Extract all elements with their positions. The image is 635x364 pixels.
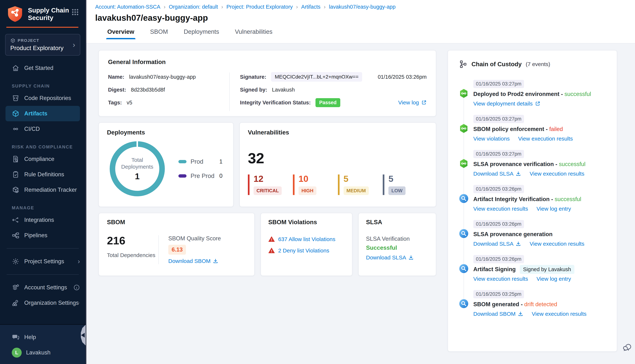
sidebar-item-artifacts[interactable]: Artifacts — [6, 106, 80, 121]
event-timestamp: 01/16/2025 03:25pm — [473, 290, 524, 298]
event-title: SBOM generated — [473, 301, 519, 308]
sidebar-item-get-started[interactable]: Get Started — [0, 60, 85, 76]
sidebar-item-label: Integrations — [24, 217, 54, 223]
sbom-card: SBOM 216 Total Dependencies SBOM Quality… — [98, 213, 255, 276]
download-icon — [213, 258, 218, 264]
slsa-verification-label: SLSA Verification — [366, 236, 429, 242]
event-link[interactable]: View execution results — [530, 170, 584, 177]
sidebar-item-cicd[interactable]: CI/CD — [0, 121, 85, 137]
download-icon — [408, 255, 414, 260]
hierarchy-icon — [459, 60, 468, 68]
sidebar-item-help[interactable]: ? Help — [0, 330, 85, 345]
breadcrumb: Account: Automation-SSCA› Organization: … — [95, 4, 635, 10]
severity-high: 10 HIGH — [293, 174, 338, 195]
sidebar: Supply Chain Security PROJECT Product Ex… — [0, 0, 86, 364]
sidebar-item-label: Project Settings — [24, 258, 64, 265]
event-timestamp: 01/16/2025 03:27pm — [473, 115, 524, 123]
sidebar-item-organization-settings[interactable]: Organization Settings — [0, 295, 85, 310]
event-timestamp: 01/16/2025 03:26pm — [473, 220, 524, 228]
chain-event: 01/16/2025 03:25pmSBOM generated - drift… — [459, 290, 609, 317]
sidebar-item-rule-definitions[interactable]: Rule Definitions — [0, 167, 85, 182]
sidebar-user[interactable]: L Lavakush — [0, 345, 85, 360]
sidebar-item-label: CI/CD — [24, 126, 40, 132]
sidebar-item-compliance[interactable]: Compliance — [0, 151, 85, 167]
vulnerabilities-card: Vulnerabilities 32 12 CRITICAL 10 HIGH — [240, 122, 436, 207]
donut-center-label: Total — [131, 157, 143, 163]
external-link-icon — [421, 100, 427, 105]
scan-circle-icon — [459, 264, 469, 273]
sbom-violations-card: SBOM Violations 637 Allow list Violation… — [261, 213, 352, 276]
donut-center-value: 1 — [135, 171, 140, 181]
sidebar-item-label: Remediation Tracker — [24, 186, 77, 193]
event-link[interactable]: View execution results — [473, 206, 528, 212]
event-link[interactable]: View execution results — [473, 276, 528, 282]
event-timestamp: 01/16/2025 03:26pm — [473, 255, 524, 263]
sidebar-item-remediation-tracker[interactable]: Remediation Tracker — [0, 182, 85, 198]
breadcrumb-current[interactable]: lavakush07/easy-buggy-app — [329, 4, 395, 10]
digest-label: Digest: — [108, 87, 126, 93]
chain-event: 01/16/2025 03:26pmArtifact Integrity Ver… — [459, 185, 609, 212]
project-name: Product Exploratory — [10, 44, 71, 52]
sidebar-item-project-settings[interactable]: Project Settings › — [0, 254, 85, 269]
breadcrumb-organization[interactable]: Organization: default — [169, 4, 218, 10]
card-title: SLSA — [366, 219, 429, 226]
event-link[interactable]: Download SLSA — [473, 241, 521, 247]
artifact-cube-icon — [12, 110, 20, 118]
project-selector[interactable]: PROJECT Product Exploratory › — [5, 34, 80, 56]
breadcrumb-artifacts[interactable]: Artifacts — [301, 4, 320, 10]
sidebar-item-code-repositories[interactable]: Code Repositories — [0, 90, 85, 106]
divider — [7, 274, 79, 275]
compliance-document-icon — [12, 155, 20, 163]
event-link[interactable]: View execution results — [518, 136, 573, 142]
sbom-quality-score-label: SBOM Quality Score — [168, 235, 246, 242]
section-risk-and-compliance: RISK AND COMPLIANCE — [12, 144, 85, 150]
divider — [7, 248, 79, 248]
breadcrumb-account[interactable]: Account: Automation-SSCA — [95, 4, 160, 10]
event-timestamp: 01/16/2025 03:27pm — [473, 80, 524, 88]
event-link[interactable]: View execution results — [532, 311, 586, 317]
pipeline-hexagon-icon — [459, 88, 469, 98]
tags-label: Tags: — [108, 100, 122, 106]
event-link[interactable]: View violations — [473, 136, 510, 142]
help-chat-icon: ? — [12, 333, 20, 341]
event-title: SLSA provenance generation — [473, 231, 552, 238]
download-slsa-link[interactable]: Download SLSA — [366, 254, 414, 261]
view-log-link[interactable]: View log — [398, 100, 427, 106]
sidebar-item-integrations[interactable]: Integrations — [0, 212, 85, 228]
event-link[interactable]: View deployment details — [473, 100, 540, 107]
severity-badge: HIGH — [299, 186, 316, 195]
sidebar-item-label: Organization Settings — [24, 300, 79, 306]
tab-overview[interactable]: Overview — [107, 28, 134, 39]
tab-vulnerabilities[interactable]: Vulnerabilities — [235, 28, 273, 39]
event-status: successful — [559, 161, 586, 168]
sidebar-item-pipelines[interactable]: Pipelines — [0, 228, 85, 243]
download-sbom-link[interactable]: Download SBOM — [168, 258, 218, 264]
signature-label: Signature: — [240, 74, 266, 80]
module-switcher-icon[interactable] — [71, 8, 79, 16]
event-link[interactable]: Download SLSA — [473, 170, 521, 177]
event-link[interactable]: View execution results — [530, 241, 584, 247]
chain-event: 01/16/2025 03:26pmArtifact SigningSigned… — [459, 255, 609, 282]
deny-list-violations-link[interactable]: 2 Deny list Violations — [278, 248, 329, 254]
chain-event: 01/16/2025 03:27pmSBOM policy enforcemen… — [459, 115, 609, 142]
severity-critical: 12 CRITICAL — [248, 174, 293, 195]
breadcrumb-separator: › — [324, 4, 326, 10]
chat-widget-icon[interactable] — [623, 343, 632, 352]
event-link[interactable]: View log entry — [537, 206, 571, 212]
tab-deployments[interactable]: Deployments — [184, 28, 219, 39]
sidebar-item-account-settings[interactable]: Account Settings — [0, 280, 85, 295]
tab-sbom[interactable]: SBOM — [150, 28, 168, 39]
code-repository-icon — [12, 94, 20, 102]
pipeline-hexagon-icon — [459, 124, 469, 133]
allow-list-violations-link[interactable]: 637 Allow list Violations — [278, 236, 335, 242]
breadcrumb-project[interactable]: Project: Product Exploratory — [226, 4, 293, 10]
event-status: successful — [555, 196, 581, 202]
slsa-card: SLSA SLSA Verification Successful Downlo… — [358, 213, 436, 276]
sidebar-item-label: Rule Definitions — [24, 171, 64, 178]
home-icon — [12, 64, 20, 72]
event-link[interactable]: Download SBOM — [473, 311, 523, 317]
breadcrumb-separator: › — [221, 4, 223, 10]
sidebar-item-label: Artifacts — [24, 110, 47, 117]
event-link[interactable]: View log entry — [537, 276, 571, 282]
deployments-donut-chart: TotalDeployments 1 — [107, 138, 167, 199]
